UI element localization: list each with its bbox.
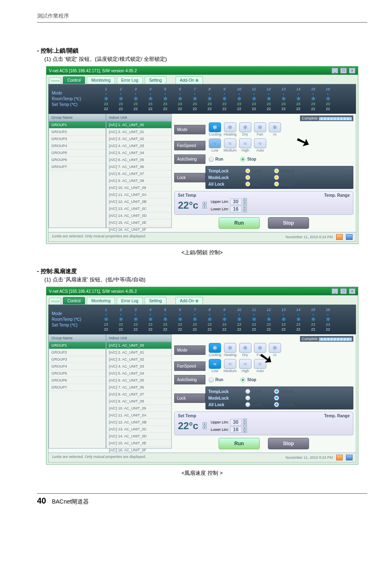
swing-stop[interactable]: Stop bbox=[240, 157, 256, 162]
stop-button[interactable]: Stop bbox=[268, 438, 309, 449]
mode-option[interactable]: ❄Fan bbox=[254, 343, 266, 357]
unit-item[interactable]: [A/C] 9. AC_UNIT_08 bbox=[106, 398, 171, 405]
mode-option[interactable]: ❄Fan bbox=[254, 122, 266, 136]
group-item[interactable]: GROUP2 bbox=[49, 129, 106, 136]
unit-item[interactable]: [A/C] 11. AC_UNIT_0A bbox=[106, 412, 171, 419]
fan-option[interactable]: ≈High bbox=[239, 138, 251, 152]
mode-option[interactable]: ❄Heating bbox=[224, 343, 237, 357]
close-icon[interactable]: × bbox=[349, 288, 355, 294]
run-button[interactable]: Run bbox=[219, 438, 260, 449]
group-item[interactable]: GROUP3 bbox=[49, 356, 106, 363]
unlock-btn[interactable]: Unlock bbox=[274, 168, 299, 173]
unit-item[interactable]: [A/C] 7. AC_UNIT_06 bbox=[106, 163, 171, 170]
unit-item[interactable]: [A/C] 6. AC_UNIT_05 bbox=[106, 377, 171, 384]
group-item[interactable]: GROUP4 bbox=[49, 363, 106, 370]
tab-errorlog[interactable]: Error Log bbox=[117, 76, 143, 84]
minimize-icon[interactable]: _ bbox=[332, 288, 338, 294]
fan-option[interactable]: ≈Auto bbox=[254, 138, 266, 152]
lowerlim-spinner[interactable]: ▲▼ bbox=[243, 426, 247, 433]
unlock-btn[interactable]: Unlock bbox=[274, 175, 299, 180]
unit-item[interactable]: [A/C] 14. AC_UNIT_0D bbox=[106, 212, 171, 219]
swing-run[interactable]: Run bbox=[209, 157, 223, 162]
group-item[interactable]: GROUP5 bbox=[49, 370, 106, 377]
unit-item[interactable]: [A/C] 12. AC_UNIT_0B bbox=[106, 198, 171, 205]
mode-option[interactable]: ❄Cooling bbox=[209, 122, 221, 136]
run-button[interactable]: Run bbox=[219, 217, 260, 229]
unit-item[interactable]: [A/C] 5. AC_UNIT_04 bbox=[106, 150, 171, 156]
tab-control[interactable]: Control bbox=[63, 297, 85, 304]
tab-addon[interactable]: Add-On ⊕ bbox=[175, 297, 203, 304]
group-item[interactable]: GROUP6 bbox=[49, 377, 106, 384]
tab-setting[interactable]: Setting bbox=[145, 297, 166, 304]
lock-btn[interactable]: Lock bbox=[245, 389, 270, 394]
fan-option[interactable]: ≈Medium bbox=[224, 359, 237, 373]
mode-option[interactable]: ❄Cooling bbox=[209, 343, 221, 357]
unlock-btn[interactable]: Unlock bbox=[274, 182, 299, 186]
unit-item[interactable]: [A/C] 1. AC_UNIT_00 bbox=[106, 122, 171, 129]
tab-control[interactable]: Control bbox=[63, 76, 85, 84]
fan-option[interactable]: ≈Low bbox=[209, 359, 221, 373]
unit-item[interactable]: [A/C] 12. AC_UNIT_0B bbox=[106, 419, 171, 426]
fan-option[interactable]: ≈Low bbox=[209, 138, 221, 152]
unit-item[interactable]: [A/C] 10. AC_UNIT_09 bbox=[106, 405, 171, 412]
settemp-spinner[interactable]: ▲▼ bbox=[203, 422, 207, 429]
maximize-icon[interactable]: □ bbox=[340, 288, 347, 294]
unit-item[interactable]: [A/C] 7. AC_UNIT_06 bbox=[106, 384, 171, 391]
tab-monitoring[interactable]: Monitoring bbox=[87, 297, 115, 304]
upperlim-spinner[interactable]: ▲▼ bbox=[243, 419, 247, 426]
group-item[interactable]: GROUP3 bbox=[49, 136, 106, 143]
group-item[interactable]: GROUP7 bbox=[49, 384, 106, 391]
lock-btn[interactable]: Lock bbox=[245, 396, 270, 400]
lock-btn[interactable]: Lock bbox=[245, 182, 270, 186]
unit-item[interactable]: [A/C] 2. AC_UNIT_01 bbox=[106, 349, 171, 356]
unlock-btn[interactable]: Unlock bbox=[274, 389, 299, 394]
lock-btn[interactable]: Lock bbox=[245, 175, 270, 180]
unit-item[interactable]: [A/C] 11. AC_UNIT_0A bbox=[106, 191, 171, 198]
unit-item[interactable]: [A/C] 4. AC_UNIT_03 bbox=[106, 363, 171, 370]
tab-errorlog[interactable]: Error Log bbox=[117, 297, 143, 304]
unit-item[interactable]: [A/C] 3. AC_UNIT_02 bbox=[106, 136, 171, 143]
mode-option[interactable]: ❄Heating bbox=[224, 122, 237, 136]
lowerlim-spinner[interactable]: ▲▼ bbox=[243, 205, 247, 212]
unit-item[interactable]: [A/C] 8. AC_UNIT_07 bbox=[106, 170, 171, 177]
unit-item[interactable]: [A/C] 1. AC_UNIT_00 bbox=[106, 342, 171, 349]
unit-item[interactable]: [A/C] 8. AC_UNIT_07 bbox=[106, 391, 171, 398]
group-item[interactable]: GROUP6 bbox=[49, 156, 106, 163]
group-item[interactable]: GROUP5 bbox=[49, 150, 106, 156]
unit-item[interactable]: [A/C] 15. AC_UNIT_0E bbox=[106, 219, 171, 226]
tab-setting[interactable]: Setting bbox=[145, 76, 166, 84]
lock-btn[interactable]: Lock bbox=[245, 402, 270, 407]
fan-option[interactable]: ≈Auto bbox=[254, 359, 266, 373]
minimize-icon[interactable]: _ bbox=[332, 68, 338, 74]
unit-item[interactable]: [A/C] 2. AC_UNIT_01 bbox=[106, 129, 171, 136]
mode-option[interactable]: ❄Dry bbox=[239, 122, 251, 136]
tab-monitoring[interactable]: Monitoring bbox=[87, 76, 115, 84]
unit-item[interactable]: [A/C] 15. AC_UNIT_0E bbox=[106, 440, 171, 447]
group-item[interactable]: GROUP1 bbox=[49, 342, 106, 349]
unit-item[interactable]: [A/C] 5. AC_UNIT_04 bbox=[106, 370, 171, 377]
unit-item[interactable]: [A/C] 4. AC_UNIT_03 bbox=[106, 143, 171, 150]
mode-option[interactable]: ❄AI bbox=[269, 122, 281, 136]
unlock-btn[interactable]: Unlock bbox=[274, 402, 299, 407]
close-icon[interactable]: × bbox=[349, 68, 355, 74]
group-item[interactable]: GROUP1 bbox=[49, 122, 106, 129]
maximize-icon[interactable]: □ bbox=[340, 68, 347, 74]
group-item[interactable]: GROUP7 bbox=[49, 163, 106, 170]
group-item[interactable]: GROUP4 bbox=[49, 143, 106, 150]
tab-home[interactable]: Home bbox=[49, 298, 61, 304]
swing-stop[interactable]: Stop bbox=[240, 377, 256, 382]
lock-btn[interactable]: Lock bbox=[245, 168, 270, 173]
unit-item[interactable]: [A/C] 9. AC_UNIT_08 bbox=[106, 177, 171, 184]
unit-item[interactable]: [A/C] 13. AC_UNIT_0C bbox=[106, 205, 171, 212]
settemp-spinner[interactable]: ▲▼ bbox=[203, 202, 207, 209]
tab-addon[interactable]: Add-On ⊕ bbox=[175, 76, 203, 84]
stop-button[interactable]: Stop bbox=[268, 217, 309, 229]
tab-home[interactable]: Home bbox=[49, 77, 61, 84]
upperlim-spinner[interactable]: ▲▼ bbox=[243, 198, 247, 205]
mode-option[interactable]: ❄Dry bbox=[239, 343, 251, 357]
unlock-btn[interactable]: Unlock bbox=[274, 396, 299, 400]
unit-item[interactable]: [A/C] 6. AC_UNIT_05 bbox=[106, 156, 171, 163]
unit-item[interactable]: [A/C] 3. AC_UNIT_02 bbox=[106, 356, 171, 363]
group-item[interactable]: GROUP2 bbox=[49, 349, 106, 356]
fan-option[interactable]: ≈Medium bbox=[224, 138, 237, 152]
